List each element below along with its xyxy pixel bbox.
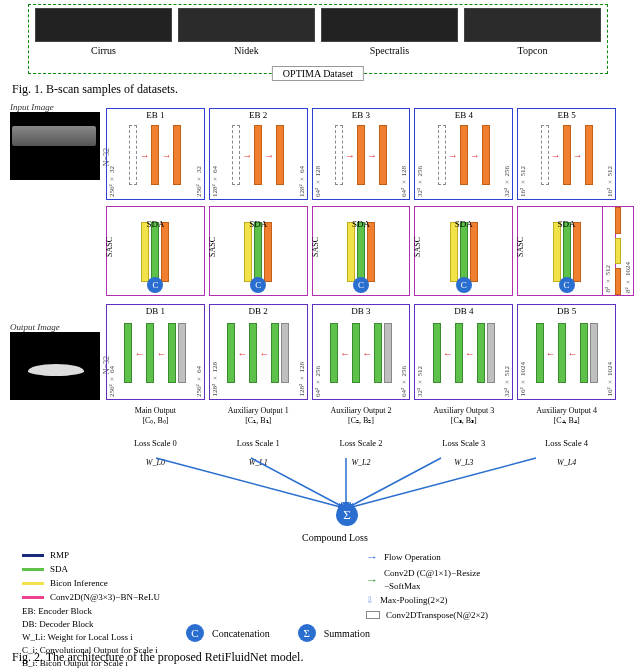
eb1-conv2 bbox=[173, 125, 181, 185]
label-cirrus: Cirrus bbox=[35, 45, 172, 56]
sasc2-sda bbox=[254, 222, 262, 282]
legend-conv: Conv2D(N@3×3)−BN−ReLU bbox=[50, 591, 160, 604]
red-arrow-icon: ← bbox=[465, 348, 475, 359]
encoder-block-5: EB 5 16² × 512 → → 16² × 512 bbox=[517, 108, 616, 200]
loss-scale-4: Loss Scale 4 bbox=[517, 438, 616, 448]
svg-line-1 bbox=[251, 458, 345, 508]
red-arrow-icon: ← bbox=[259, 348, 269, 359]
sda-label-1: SDA bbox=[146, 219, 164, 229]
input-image-label: Input Image bbox=[10, 102, 54, 112]
db5-dimr: 16² × 1024 bbox=[606, 362, 614, 397]
maxpool-icon: ⇩ bbox=[366, 594, 374, 607]
bn-conv2 bbox=[615, 268, 621, 295]
aux-output-3-label: Auxiliary Output 3[C₃, B₃] bbox=[414, 406, 513, 425]
db1-c3 bbox=[168, 323, 176, 383]
green-arrow-icon: → bbox=[366, 572, 378, 589]
eb3-title: EB 3 bbox=[352, 110, 370, 120]
db5-c2 bbox=[558, 323, 566, 383]
sasc1-sda bbox=[151, 222, 159, 282]
decoder-row: DB 1 256² × 64 ← ← 256² × 64 DB 2 128² ×… bbox=[106, 304, 616, 400]
eb2-title: EB 2 bbox=[249, 110, 267, 120]
red-arrow-icon: ← bbox=[362, 348, 372, 359]
sum-label: Summation bbox=[324, 628, 370, 639]
bicon-swatch bbox=[22, 582, 44, 585]
red-arrow-icon: ← bbox=[237, 348, 247, 359]
legend-bicon: Bicon Inference bbox=[50, 577, 108, 590]
legend-rmp: RMP bbox=[50, 549, 69, 562]
svg-line-0 bbox=[156, 458, 344, 508]
thumb-spectralis bbox=[321, 8, 458, 42]
red-arrow-icon: ← bbox=[340, 348, 350, 359]
db2-diml: 128² × 128 bbox=[211, 362, 219, 397]
sasc1-out bbox=[161, 222, 169, 282]
figure-1-caption: Fig. 1. B-scan samples of datasets. bbox=[12, 82, 178, 97]
concat-icon: C bbox=[353, 277, 369, 293]
aux-output-4-label: Auxiliary Output 4[C₄, B₄] bbox=[517, 406, 616, 425]
output-labels-row: Main Output[C₀, B₀] Auxiliary Output 1[C… bbox=[106, 406, 616, 425]
db4-c2 bbox=[455, 323, 463, 383]
eb4-proj bbox=[438, 125, 446, 185]
legend-right: →Flow Operation →Conv2D (C@1×1)−Resize −… bbox=[366, 548, 488, 623]
red-arrow-icon: → bbox=[139, 150, 149, 161]
db2-c2 bbox=[249, 323, 257, 383]
decoder-block-3: DB 3 64² × 256 ← ← 64² × 256 bbox=[312, 304, 411, 400]
db3-dimr: 64² × 256 bbox=[400, 366, 408, 397]
loss-scale-row: Loss Scale 0 Loss Scale 1 Loss Scale 2 L… bbox=[106, 438, 616, 448]
sda-label-4: SDA bbox=[455, 219, 473, 229]
output-image-label: Output Image bbox=[10, 322, 60, 332]
aux-output-2-label: Auxiliary Output 2[C₂, B₂] bbox=[312, 406, 411, 425]
eb5-proj bbox=[541, 125, 549, 185]
eb1-title: EB 1 bbox=[146, 110, 164, 120]
encoder-block-3: EB 3 64² × 128 → → 64² × 128 bbox=[312, 108, 411, 200]
red-arrow-icon: → bbox=[470, 150, 480, 161]
flow-arrow-icon: → bbox=[366, 549, 378, 566]
encoder-block-4: EB 4 32² × 256 → → 32² × 256 bbox=[414, 108, 513, 200]
sasc3-out bbox=[367, 222, 375, 282]
encoder-block-2: EB 2 128² × 64 → → 128² × 64 bbox=[209, 108, 308, 200]
eb1-conv1 bbox=[151, 125, 159, 185]
eb4-title: EB 4 bbox=[455, 110, 473, 120]
eb1-proj bbox=[129, 125, 137, 185]
concat-icon: C bbox=[456, 277, 472, 293]
figure-2-caption: Fig. 2. The architecture of the proposed… bbox=[12, 650, 303, 665]
red-arrow-icon: → bbox=[551, 150, 561, 161]
sasc3-sda bbox=[357, 222, 365, 282]
sasc4-in bbox=[450, 222, 458, 282]
eb4-diml: 32² × 256 bbox=[416, 166, 424, 197]
thumb-topcon bbox=[464, 8, 601, 42]
output-blob bbox=[28, 364, 84, 376]
db1-title: DB 1 bbox=[146, 306, 165, 316]
red-arrow-icon: → bbox=[345, 150, 355, 161]
db3-c2 bbox=[352, 323, 360, 383]
sasc3-in bbox=[347, 222, 355, 282]
circle-legend: CConcatenation ΣSummation bbox=[186, 624, 370, 642]
db3-up bbox=[384, 323, 392, 383]
eb4-dimr: 32² × 256 bbox=[503, 166, 511, 197]
db1-c2 bbox=[146, 323, 154, 383]
label-spectralis: Spectralis bbox=[321, 45, 458, 56]
red-arrow-icon: → bbox=[242, 150, 252, 161]
eb2-conv2 bbox=[276, 125, 284, 185]
eb1-diml: 256² × 32 bbox=[108, 166, 116, 197]
optima-labels: Cirrus Nidek Spectralis Topcon bbox=[29, 45, 607, 56]
loss-scale-1: Loss Scale 1 bbox=[209, 438, 308, 448]
concat-icon: C bbox=[250, 277, 266, 293]
thumb-cirrus bbox=[35, 8, 172, 42]
loss-scale-0: Loss Scale 0 bbox=[106, 438, 205, 448]
red-arrow-icon: → bbox=[367, 150, 377, 161]
sasc-tag-3: SASC bbox=[311, 237, 320, 257]
db2-title: DB 2 bbox=[249, 306, 268, 316]
db5-up bbox=[590, 323, 598, 383]
concat-circle-icon: C bbox=[186, 624, 204, 642]
concat-label: Concatenation bbox=[212, 628, 270, 639]
sasc-tag-4: SASC bbox=[413, 237, 422, 257]
eb2-diml: 128² × 64 bbox=[211, 166, 219, 197]
sda-label-5: SDA bbox=[558, 219, 576, 229]
svg-line-4 bbox=[348, 458, 536, 508]
rmp-swatch bbox=[22, 554, 44, 557]
red-arrow-icon: → bbox=[573, 150, 583, 161]
red-arrow-icon: → bbox=[448, 150, 458, 161]
architecture-diagram: Input Image N=32 Output Image N=32 EB 1 … bbox=[6, 102, 634, 642]
eb2-dimr: 128² × 64 bbox=[298, 166, 306, 197]
db3-title: DB 3 bbox=[351, 306, 370, 316]
